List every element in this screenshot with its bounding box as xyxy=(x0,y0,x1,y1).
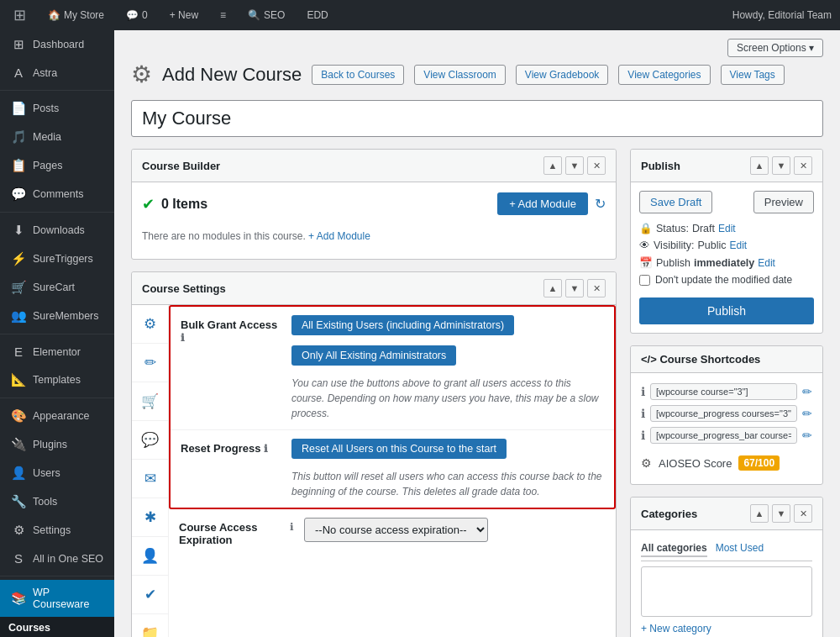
publish-controls: ▲ ▼ ✕ xyxy=(750,156,812,175)
sidebar-item-media[interactable]: 🎵 Media xyxy=(0,123,114,151)
status-label: Status: xyxy=(656,223,689,234)
course-title-input[interactable] xyxy=(131,100,823,137)
reset-progress-description: This button will reset all users who can… xyxy=(291,469,604,499)
sidebar-item-suretriggers[interactable]: ⚡ SureTriggers xyxy=(0,245,114,273)
copy-icon-3[interactable]: ✏ xyxy=(802,429,812,442)
site-name-item[interactable]: 🏠 My Store xyxy=(43,6,109,24)
sidebar-item-astra[interactable]: A Astra xyxy=(0,59,114,87)
close-metabox-button[interactable]: ✕ xyxy=(587,156,606,175)
categories-close[interactable]: ✕ xyxy=(794,504,812,523)
add-module-button[interactable]: + Add Module xyxy=(497,192,588,215)
sidebar-item-posts[interactable]: 📄 Posts xyxy=(0,94,114,123)
categories-collapse-down[interactable]: ▼ xyxy=(772,504,790,523)
categories-title: Categories xyxy=(641,508,697,520)
status-edit-link[interactable]: Edit xyxy=(718,223,736,234)
aioseo-row: ⚙ AIOSEO Score 67/100 xyxy=(641,449,812,474)
info-icon-2: ℹ xyxy=(641,407,645,420)
copy-icon-2[interactable]: ✏ xyxy=(802,407,812,420)
sidebar-item-label: Appearance xyxy=(33,410,89,422)
sidebar-item-label: Posts xyxy=(33,103,59,114)
shortcode-input-3[interactable] xyxy=(650,427,797,444)
sidebar-item-surecart[interactable]: 🛒 SureCart xyxy=(0,273,114,302)
main-content: Screen Options ▾ ⚙ Add New Course Back t… xyxy=(114,30,840,637)
view-categories-button[interactable]: View Categories xyxy=(618,65,710,85)
screen-options-button[interactable]: Screen Options ▾ xyxy=(727,39,823,57)
shortcodes-header: </> Course Shortcodes xyxy=(631,346,822,373)
reset-all-users-button[interactable]: Reset All Users on this Course to the st… xyxy=(291,439,507,459)
course-builder-content: ✔ 0 Items + Add Module ↻ There are no mo… xyxy=(132,182,616,259)
shortcodes-content: ℹ ✏ ℹ ✏ ℹ ✏ xyxy=(631,373,822,484)
sidebar-item-plugins[interactable]: 🔌 Plugins xyxy=(0,430,114,459)
publish-collapse-down[interactable]: ▼ xyxy=(772,156,790,175)
edd-item[interactable]: EDD xyxy=(302,6,333,24)
wp-logo-item[interactable]: ⊞ xyxy=(8,3,31,28)
new-item[interactable]: + New xyxy=(165,6,203,24)
sidebar-item-label: SureMembers xyxy=(33,310,99,322)
all-users-button[interactable]: All Existing Users (including Administra… xyxy=(291,315,514,335)
sidebar-item-templates[interactable]: 📐 Templates xyxy=(0,366,114,394)
course-settings-content: ⚙ ✏ 🛒 💬 ✉ ✱ 👤 ✔ 📁 🖥 🔧 xyxy=(132,305,616,637)
sidebar-item-users[interactable]: 👤 Users xyxy=(0,459,114,487)
most-used-tab[interactable]: Most Used xyxy=(716,540,764,557)
bulk-grant-label: Bulk Grant Access ℹ xyxy=(181,315,281,344)
publish-collapse-up[interactable]: ▲ xyxy=(750,156,769,175)
categories-header: Categories ▲ ▼ ✕ xyxy=(631,497,822,530)
categories-collapse-up[interactable]: ▲ xyxy=(750,504,769,523)
shortcode-input-1[interactable] xyxy=(650,383,797,400)
publish-close[interactable]: ✕ xyxy=(794,156,812,175)
publish-button[interactable]: Publish xyxy=(639,297,814,324)
collapse-down-button[interactable]: ▼ xyxy=(565,156,584,175)
media-icon: 🎵 xyxy=(11,129,26,145)
customize-item[interactable]: ≡ xyxy=(215,6,231,24)
view-classroom-button[interactable]: View Classroom xyxy=(414,65,505,85)
comment-icon-left: 💬 xyxy=(132,421,168,460)
shortcode-input-2[interactable] xyxy=(650,405,797,422)
settings-collapse-up[interactable]: ▲ xyxy=(543,279,562,297)
add-module-link[interactable]: + Add Module xyxy=(308,230,370,242)
envelope-icon-left: ✉ xyxy=(132,460,168,498)
aioseo-label: AIOSEO Score xyxy=(659,457,732,470)
seo-item[interactable]: 🔍 SEO xyxy=(243,6,290,24)
visibility-edit-link[interactable]: Edit xyxy=(729,240,747,251)
sidebar-item-appearance[interactable]: 🎨 Appearance xyxy=(0,402,114,430)
collapse-up-button[interactable]: ▲ xyxy=(543,156,562,175)
settings-collapse-down[interactable]: ▼ xyxy=(565,279,584,297)
sidebar-item-settings[interactable]: ⚙ Settings xyxy=(0,516,114,545)
all-categories-tab[interactable]: All categories xyxy=(641,540,707,557)
sidebar-item-tools[interactable]: 🔧 Tools xyxy=(0,487,114,516)
publish-time-edit-link[interactable]: Edit xyxy=(758,257,775,269)
bulk-grant-info-icon[interactable]: ℹ xyxy=(181,332,185,344)
reset-progress-info-icon[interactable]: ℹ xyxy=(264,443,268,455)
status-icon: 🔒 xyxy=(639,222,653,234)
sidebar-item-elementor[interactable]: E Elementor xyxy=(0,338,114,366)
copy-icon-1[interactable]: ✏ xyxy=(802,385,812,398)
customize-icon: ≡ xyxy=(220,9,226,21)
sidebar-item-aioseo[interactable]: S All in One SEO xyxy=(0,545,114,572)
sidebar-item-wpcourseware[interactable]: 📚 WP Courseware xyxy=(0,580,114,617)
templates-icon: 📐 xyxy=(11,372,26,387)
comments-item[interactable]: 💬 0 xyxy=(121,6,153,24)
dont-update-checkbox[interactable] xyxy=(639,275,650,286)
access-expiration-select[interactable]: --No course access expiration-- xyxy=(304,518,488,542)
view-gradebook-button[interactable]: View Gradebook xyxy=(516,65,609,85)
view-tags-button[interactable]: View Tags xyxy=(721,65,785,85)
sidebar-item-downloads[interactable]: ⬇ Downloads xyxy=(0,216,114,245)
preview-button[interactable]: Preview xyxy=(753,191,814,213)
access-expiration-info-icon[interactable]: ℹ xyxy=(290,518,294,533)
sidebar-item-comments[interactable]: 💬 Comments xyxy=(0,180,114,208)
highlighted-settings-section: Bulk Grant Access ℹ All Existing Users (… xyxy=(169,305,616,509)
back-to-courses-button[interactable]: Back to Courses xyxy=(312,65,404,85)
courses-submenu: Courses Certificates Achievements Module… xyxy=(0,617,114,637)
sidebar-item-dashboard[interactable]: ⊞ Dashboard xyxy=(0,30,114,59)
save-draft-button[interactable]: Save Draft xyxy=(639,191,712,213)
downloads-icon: ⬇ xyxy=(11,223,26,238)
publish-header: Publish ▲ ▼ ✕ xyxy=(631,150,822,182)
new-category-link[interactable]: + New category xyxy=(641,623,711,634)
settings-icon: ⚙ xyxy=(11,523,26,538)
sidebar-item-suremembers[interactable]: 👥 SureMembers xyxy=(0,302,114,330)
admins-only-button[interactable]: Only All Existing Administrators xyxy=(291,345,456,366)
publish-metabox: Publish ▲ ▼ ✕ Save Draft Preview xyxy=(630,149,823,334)
settings-close[interactable]: ✕ xyxy=(587,279,606,297)
refresh-button[interactable]: ↻ xyxy=(595,196,606,212)
sidebar-item-pages[interactable]: 📋 Pages xyxy=(0,151,114,180)
